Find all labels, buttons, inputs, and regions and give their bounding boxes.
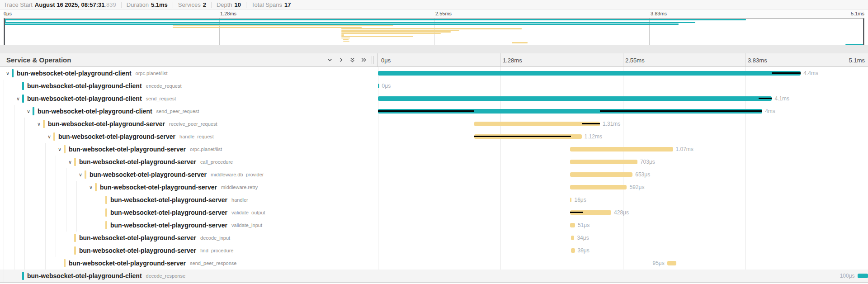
- span-duration-bar[interactable]: [570, 210, 611, 215]
- span-service-name[interactable]: bun-websocket-otel-playground-server: [110, 196, 227, 204]
- span-row[interactable]: ∨bun-websocket-otel-playground-clientsen…: [0, 105, 868, 118]
- span-service-name[interactable]: bun-websocket-otel-playground-server: [100, 184, 217, 191]
- span-operation-name[interactable]: orpc.planet/list: [136, 71, 168, 76]
- span-row[interactable]: ∨bun-websocket-otel-playground-servermid…: [0, 168, 868, 181]
- minimap-span-line: [343, 41, 350, 42]
- span-service-name[interactable]: bun-websocket-otel-playground-client: [17, 70, 132, 77]
- scrubber-right-handle[interactable]: [863, 19, 864, 45]
- chevron-down-icon[interactable]: ∨: [14, 92, 22, 105]
- span-row[interactable]: bun-websocket-otel-playground-clientdeco…: [0, 270, 868, 282]
- scrubber-left-handle[interactable]: [4, 19, 5, 45]
- span-service-name[interactable]: bun-websocket-otel-playground-server: [110, 222, 227, 229]
- span-duration-bar[interactable]: [570, 172, 632, 177]
- span-duration-bar[interactable]: [378, 71, 801, 76]
- span-duration-label: 703μs: [640, 159, 655, 165]
- span-duration-bar[interactable]: [570, 147, 673, 151]
- span-operation-name[interactable]: middleware.db_provider: [211, 172, 264, 177]
- span-service-name[interactable]: bun-websocket-otel-playground-server: [58, 133, 175, 140]
- span-row[interactable]: bun-websocket-otel-playground-serverhand…: [0, 194, 868, 206]
- span-duration-bar[interactable]: [570, 198, 571, 202]
- chevron-down-icon[interactable]: ∨: [56, 143, 64, 156]
- span-operation-name[interactable]: send_peer_response: [190, 260, 236, 266]
- span-service-name[interactable]: bun-websocket-otel-playground-server: [69, 260, 186, 267]
- span-duration-bar[interactable]: [378, 96, 772, 101]
- span-operation-name[interactable]: handle_request: [179, 134, 214, 139]
- span-duration-bar[interactable]: [474, 122, 600, 126]
- span-service-name[interactable]: bun-websocket-otel-playground-client: [27, 82, 142, 90]
- span-service-name[interactable]: bun-websocket-otel-playground-server: [48, 120, 165, 128]
- span-service-name[interactable]: bun-websocket-otel-playground-server: [79, 158, 196, 166]
- span-operation-name[interactable]: handler: [231, 197, 248, 203]
- indent-guide: [14, 105, 24, 118]
- expand-all-icon[interactable]: [360, 57, 367, 63]
- span-operation-name[interactable]: send_peer_request: [156, 109, 199, 114]
- span-duration-bar[interactable]: [378, 84, 379, 88]
- span-row[interactable]: bun-websocket-otel-playground-serverfind…: [0, 244, 868, 257]
- ruler-tick-label: 0μs: [4, 11, 12, 16]
- indent-guide: [66, 206, 76, 219]
- span-service-name[interactable]: bun-websocket-otel-playground-server: [69, 146, 186, 153]
- span-service-name[interactable]: bun-websocket-otel-playground-server: [110, 209, 227, 216]
- span-row[interactable]: ∨bun-websocket-otel-playground-clientorp…: [0, 67, 868, 80]
- span-duration-bar[interactable]: [474, 134, 582, 139]
- span-operation-name[interactable]: decode_input: [200, 235, 230, 241]
- span-operation-name[interactable]: receive_peer_request: [169, 121, 217, 127]
- span-operation-name[interactable]: encode_request: [146, 83, 182, 89]
- span-operation-name[interactable]: middleware.retry: [221, 185, 258, 190]
- trace-minimap-scrubber[interactable]: [4, 18, 864, 45]
- span-row[interactable]: ∨bun-websocket-otel-playground-clientsen…: [0, 92, 868, 105]
- span-duration-bar[interactable]: [571, 248, 575, 253]
- span-service-name[interactable]: bun-websocket-otel-playground-server: [90, 171, 207, 178]
- chevron-down-icon[interactable]: ∨: [24, 105, 33, 118]
- span-row[interactable]: ∨bun-websocket-otel-playground-serverrec…: [0, 118, 868, 130]
- collapse-one-icon[interactable]: [326, 57, 333, 63]
- span-row[interactable]: ∨bun-websocket-otel-playground-serverorp…: [0, 143, 868, 156]
- expand-one-icon[interactable]: [338, 57, 344, 63]
- column-resizer-handle[interactable]: [372, 56, 374, 64]
- indent-guide: [14, 130, 24, 143]
- chevron-down-icon[interactable]: ∨: [45, 130, 53, 143]
- span-operation-name[interactable]: call_procedure: [200, 159, 233, 165]
- span-duration-bar[interactable]: [858, 274, 868, 278]
- span-row[interactable]: bun-websocket-otel-playground-serverdeco…: [0, 232, 868, 244]
- span-color-bar: [43, 120, 45, 128]
- span-service-name[interactable]: bun-websocket-otel-playground-client: [27, 95, 142, 102]
- span-duration-bar[interactable]: [571, 236, 574, 240]
- span-duration-bar[interactable]: [570, 185, 627, 189]
- span-operation-name[interactable]: validate_input: [231, 222, 262, 228]
- service-operation-header: Service & Operation: [0, 53, 378, 66]
- span-duration-label: 1.07ms: [676, 146, 693, 152]
- span-operation-name[interactable]: decode_response: [146, 273, 185, 279]
- minimap-span-line: [341, 30, 459, 31]
- span-operation-name[interactable]: send_request: [146, 96, 176, 101]
- span-row[interactable]: ∨bun-websocket-otel-playground-servermid…: [0, 181, 868, 194]
- span-duration-bar[interactable]: [570, 160, 637, 164]
- span-row[interactable]: bun-websocket-otel-playground-servervali…: [0, 219, 868, 232]
- span-service-name[interactable]: bun-websocket-otel-playground-client: [38, 108, 152, 115]
- span-duration-bar[interactable]: [570, 223, 575, 227]
- span-color-bar: [22, 272, 24, 280]
- chevron-down-icon[interactable]: ∨: [76, 168, 85, 181]
- span-row[interactable]: bun-websocket-otel-playground-clientenco…: [0, 80, 868, 92]
- minimap-span-line: [341, 31, 451, 33]
- span-name-cell: ∨bun-websocket-otel-playground-servercal…: [0, 156, 378, 168]
- span-service-name[interactable]: bun-websocket-otel-playground-server: [79, 247, 196, 254]
- span-row[interactable]: bun-websocket-otel-playground-servervali…: [0, 206, 868, 219]
- span-service-name[interactable]: bun-websocket-otel-playground-server: [79, 234, 196, 241]
- indent-guide: [56, 219, 66, 232]
- span-duration-bar[interactable]: [667, 261, 676, 265]
- span-row[interactable]: ∨bun-websocket-otel-playground-servercal…: [0, 156, 868, 168]
- span-duration-bar[interactable]: [378, 109, 762, 114]
- span-name-cell: ∨bun-websocket-otel-playground-clientorp…: [0, 67, 378, 80]
- chevron-down-icon[interactable]: ∨: [4, 67, 12, 80]
- chevron-down-icon[interactable]: ∨: [87, 181, 95, 194]
- chevron-down-icon[interactable]: ∨: [66, 156, 74, 168]
- span-operation-name[interactable]: validate_output: [231, 210, 265, 215]
- span-row[interactable]: bun-websocket-otel-playground-serversend…: [0, 257, 868, 270]
- chevron-down-icon[interactable]: ∨: [35, 118, 43, 130]
- collapse-all-icon[interactable]: [349, 57, 356, 63]
- span-row[interactable]: ∨bun-websocket-otel-playground-serverhan…: [0, 130, 868, 143]
- span-operation-name[interactable]: find_procedure: [200, 248, 233, 253]
- span-service-name[interactable]: bun-websocket-otel-playground-client: [27, 272, 142, 279]
- span-operation-name[interactable]: orpc.planet/list: [190, 147, 222, 152]
